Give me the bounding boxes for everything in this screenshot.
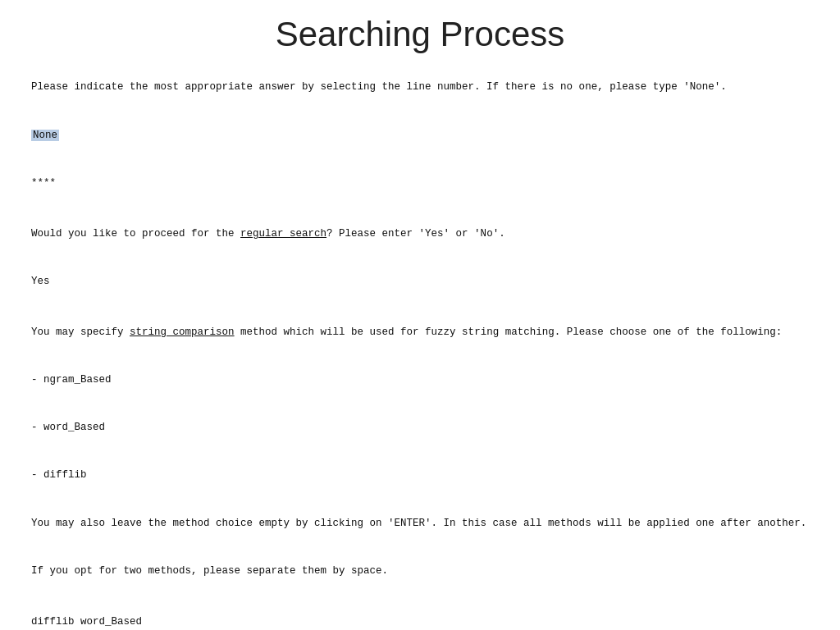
line3-text: ****	[31, 177, 56, 189]
line4-part2: ? Please enter 'Yes' or 'No'.	[326, 228, 505, 240]
string-comparison-link: string comparison	[130, 326, 235, 338]
line1-text: Please indicate the most appropriate ans…	[31, 81, 727, 93]
none-highlight: None	[31, 130, 59, 141]
difflib-wordbased-answer: difflib word_Based	[31, 616, 142, 628]
line10-text: You may also leave the method choice emp…	[31, 518, 806, 529]
line6-part1: You may specify	[31, 326, 130, 338]
line6-part2: method which will be used for fuzzy stri…	[235, 326, 783, 338]
line11-text: If you opt for two methods, please separ…	[31, 565, 388, 577]
ngram-option: - ngram_Based	[31, 374, 112, 386]
regular-search-link: regular search	[240, 228, 326, 240]
line4-part1: Would you like to proceed for the	[31, 228, 240, 240]
word-based-option: - word_Based	[31, 422, 105, 433]
difflib-option: - difflib	[31, 469, 87, 481]
page-title: Searching Process	[0, 0, 840, 62]
yes-answer: Yes	[31, 276, 50, 287]
